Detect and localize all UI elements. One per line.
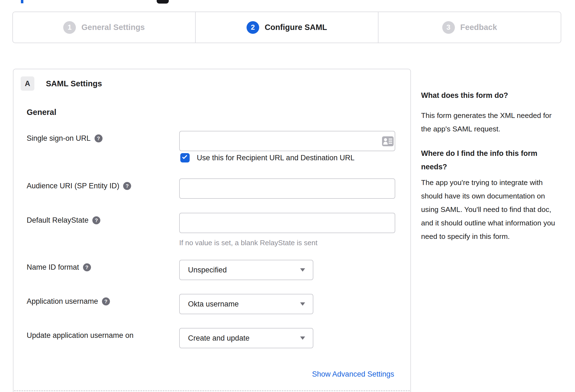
step-configure-saml[interactable]: 2 Configure SAML: [195, 12, 378, 43]
name-id-format-label-row: Name ID format: [27, 263, 91, 272]
chevron-down-icon: [300, 268, 305, 272]
cropped-header-artifact-logo: [157, 0, 169, 4]
help-question-1-body: This form generates the XML needed for t…: [421, 109, 563, 136]
checkmark-icon: [182, 154, 187, 159]
saml-settings-panel: A SAML Settings General Single sign-on U…: [13, 69, 411, 392]
contact-card-icon: [382, 136, 394, 147]
help-icon[interactable]: [92, 216, 100, 224]
chevron-down-icon: [300, 302, 305, 306]
general-group-title: General: [27, 108, 56, 117]
application-username-label-row: Application username: [27, 297, 110, 306]
section-title: SAML Settings: [46, 79, 102, 88]
audience-uri-label-row: Audience URI (SP Entity ID): [27, 182, 131, 190]
show-advanced-settings-link[interactable]: Show Advanced Settings: [312, 370, 394, 379]
recipient-url-checkbox-label: Use this for Recipient URL and Destinati…: [197, 154, 355, 162]
help-question-2-title: Where do I find the info this form needs…: [421, 147, 563, 174]
help-icon[interactable]: [83, 263, 91, 271]
name-id-format-select[interactable]: Unspecified: [179, 260, 313, 280]
section-dashed-divider: [14, 390, 410, 391]
recipient-url-checkbox-row: Use this for Recipient URL and Destinati…: [180, 153, 355, 162]
help-sidebar: What does this form do? This form genera…: [421, 90, 563, 243]
cropped-header-artifact-blue: [21, 0, 23, 3]
step-2-label: Configure SAML: [265, 23, 327, 32]
default-relaystate-label: Default RelayState: [27, 216, 89, 225]
application-username-label: Application username: [27, 297, 98, 306]
default-relaystate-label-row: Default RelayState: [27, 216, 100, 225]
name-id-format-label: Name ID format: [27, 263, 79, 272]
application-username-value: Okta username: [188, 300, 300, 308]
update-username-on-label: Update application username on: [27, 331, 134, 340]
step-1-label: General Settings: [81, 23, 145, 32]
step-general-settings[interactable]: 1 General Settings: [13, 12, 195, 43]
name-id-format-value: Unspecified: [188, 266, 300, 274]
application-username-select[interactable]: Okta username: [179, 294, 313, 314]
wizard-stepper: 1 General Settings 2 Configure SAML 3 Fe…: [12, 12, 561, 43]
relaystate-hint: If no value is set, a blank RelayState i…: [179, 239, 317, 247]
update-username-on-select[interactable]: Create and update: [179, 328, 313, 348]
recipient-url-checkbox[interactable]: [180, 153, 190, 162]
step-3-label: Feedback: [460, 23, 497, 32]
help-icon[interactable]: [95, 134, 103, 142]
step-2-number-badge: 2: [247, 21, 259, 34]
step-3-number-badge: 3: [442, 21, 455, 34]
section-a-badge: A: [21, 76, 34, 91]
update-username-on-label-row: Update application username on: [27, 331, 134, 340]
help-icon[interactable]: [102, 297, 110, 305]
audience-uri-input[interactable]: [179, 178, 395, 199]
step-1-number-badge: 1: [63, 21, 76, 34]
help-question-2-body: The app you're trying to integrate with …: [421, 176, 563, 243]
sso-url-input[interactable]: [179, 131, 395, 151]
help-icon[interactable]: [123, 182, 131, 190]
step-feedback[interactable]: 3 Feedback: [378, 12, 561, 43]
audience-uri-label: Audience URI (SP Entity ID): [27, 182, 119, 190]
page: 1 General Settings 2 Configure SAML 3 Fe…: [0, 0, 575, 392]
sso-url-label-row: Single sign-on URL: [27, 134, 103, 143]
default-relaystate-input[interactable]: [179, 213, 395, 233]
help-question-1-title: What does this form do?: [421, 90, 563, 101]
chevron-down-icon: [300, 336, 305, 340]
update-username-on-value: Create and update: [188, 334, 300, 343]
sso-url-label: Single sign-on URL: [27, 134, 91, 143]
